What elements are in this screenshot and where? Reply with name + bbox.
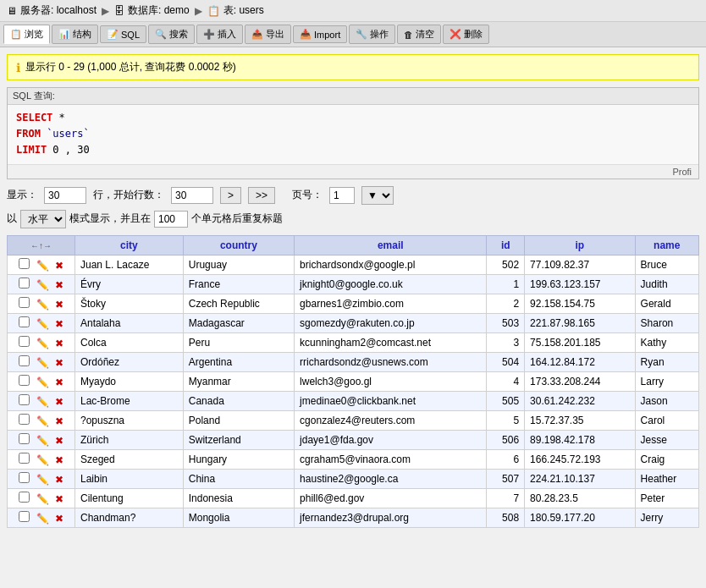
edit-icon[interactable]: ✏️ bbox=[36, 260, 49, 272]
repeat-input[interactable] bbox=[154, 211, 188, 228]
col-name[interactable]: name bbox=[635, 235, 698, 255]
delete-icon[interactable]: ✖ bbox=[55, 454, 63, 466]
table-header-row: ←↑→ city country email id ip name bbox=[8, 235, 699, 255]
tab-operations[interactable]: 🔧 操作 bbox=[349, 25, 395, 44]
edit-icon[interactable]: ✏️ bbox=[36, 318, 49, 330]
cell-name: Heather bbox=[635, 469, 698, 488]
col-ip[interactable]: ip bbox=[525, 235, 635, 255]
cell-city: Chandman? bbox=[75, 508, 184, 527]
start-input[interactable] bbox=[171, 187, 213, 204]
cell-email: jmedinae0@clickbank.net bbox=[295, 391, 487, 410]
edit-icon[interactable]: ✏️ bbox=[36, 513, 49, 525]
edit-icon[interactable]: ✏️ bbox=[36, 396, 49, 408]
info-icon: ℹ bbox=[16, 61, 20, 74]
cell-email: haustine2@google.ca bbox=[295, 469, 487, 488]
server-label: 服务器: localhost bbox=[20, 3, 97, 18]
col-city[interactable]: city bbox=[75, 235, 184, 255]
row-checkbox[interactable] bbox=[19, 355, 30, 366]
tab-structure[interactable]: 📊 结构 bbox=[52, 25, 98, 44]
row-checkbox[interactable] bbox=[19, 316, 30, 327]
nav-next-button[interactable]: > bbox=[220, 187, 241, 204]
cell-country: Madagascar bbox=[183, 313, 294, 332]
row-actions: ✏️ ✖ bbox=[8, 332, 75, 352]
sql-select: SELECT bbox=[16, 112, 52, 124]
edit-icon[interactable]: ✏️ bbox=[36, 299, 49, 310]
row-checkbox[interactable] bbox=[19, 297, 30, 308]
edit-icon[interactable]: ✏️ bbox=[36, 435, 49, 447]
col-email[interactable]: email bbox=[295, 235, 487, 255]
delete-icon[interactable]: ✖ bbox=[55, 435, 63, 447]
tab-delete[interactable]: ❌ 删除 bbox=[443, 25, 489, 44]
browse-icon: 📋 bbox=[10, 29, 22, 40]
row-checkbox[interactable] bbox=[19, 375, 30, 386]
row-checkbox[interactable] bbox=[19, 511, 30, 522]
edit-icon[interactable]: ✏️ bbox=[36, 338, 49, 349]
tab-truncate[interactable]: 🗑 清空 bbox=[397, 25, 441, 44]
page-label: 页号： bbox=[292, 188, 323, 202]
table-row: ✏️ ✖ ColcaPerukcunningham2@comcast.net37… bbox=[8, 332, 699, 352]
cell-country: Poland bbox=[183, 410, 294, 430]
cell-country: France bbox=[183, 274, 294, 294]
row-checkbox[interactable] bbox=[19, 492, 30, 503]
edit-icon[interactable]: ✏️ bbox=[36, 474, 49, 486]
tab-import[interactable]: 📥 Import bbox=[293, 25, 347, 43]
cell-id: 3 bbox=[487, 332, 525, 352]
nav-next2-button[interactable]: >> bbox=[248, 187, 275, 204]
row-actions: ✏️ ✖ bbox=[8, 488, 75, 508]
cell-name: Judith bbox=[635, 274, 698, 294]
row-checkbox[interactable] bbox=[19, 336, 30, 347]
delete-icon[interactable]: ✖ bbox=[55, 493, 63, 505]
sql-label: SQL 查询: bbox=[8, 88, 698, 105]
tab-browse[interactable]: 📋 浏览 bbox=[3, 25, 50, 44]
table-row: ✏️ ✖ AntalahaMadagascarsgomezdy@rakuten.… bbox=[8, 313, 699, 332]
edit-icon[interactable]: ✏️ bbox=[36, 376, 49, 388]
table-row: ✏️ ✖ MyaydoMyanmarlwelch3@goo.gl4173.33.… bbox=[8, 371, 699, 391]
cell-country: Indonesia bbox=[183, 488, 294, 508]
cell-id: 503 bbox=[487, 313, 525, 332]
delete-icon[interactable]: ✖ bbox=[55, 396, 63, 408]
view-dropdown[interactable]: 水平 垂直 bbox=[20, 210, 66, 228]
edit-icon[interactable]: ✏️ bbox=[36, 415, 49, 427]
edit-icon[interactable]: ✏️ bbox=[36, 279, 49, 291]
row-checkbox[interactable] bbox=[19, 258, 30, 269]
cell-email: jfernandez3@drupal.org bbox=[295, 508, 487, 527]
tab-export[interactable]: 📤 导出 bbox=[245, 25, 291, 44]
tab-insert[interactable]: ➕ 插入 bbox=[196, 25, 243, 44]
edit-icon[interactable]: ✏️ bbox=[36, 357, 49, 369]
row-actions: ✏️ ✖ bbox=[8, 313, 75, 332]
edit-icon[interactable]: ✏️ bbox=[36, 454, 49, 466]
delete-icon[interactable]: ✖ bbox=[55, 357, 63, 369]
col-country[interactable]: country bbox=[183, 235, 294, 255]
delete-icon[interactable]: ✖ bbox=[55, 299, 63, 310]
delete-icon[interactable]: ✖ bbox=[55, 318, 63, 330]
delete-icon[interactable]: ✖ bbox=[55, 376, 63, 388]
table-icon: 📋 bbox=[207, 5, 220, 17]
row-checkbox[interactable] bbox=[19, 394, 30, 405]
col-id[interactable]: id bbox=[487, 235, 525, 255]
display-input[interactable] bbox=[44, 187, 86, 204]
page-dropdown[interactable]: ▼ bbox=[361, 186, 394, 205]
row-checkbox[interactable] bbox=[19, 433, 30, 444]
row-checkbox[interactable] bbox=[19, 414, 30, 425]
delete-icon[interactable]: ✖ bbox=[55, 513, 63, 525]
table-row: ✏️ ✖ LaibinChinahaustine2@google.ca50722… bbox=[8, 469, 699, 488]
edit-icon[interactable]: ✏️ bbox=[36, 493, 49, 505]
row-checkbox[interactable] bbox=[19, 278, 30, 289]
delete-icon[interactable]: ✖ bbox=[55, 279, 63, 291]
row-checkbox[interactable] bbox=[19, 453, 30, 464]
page-input[interactable] bbox=[329, 187, 355, 204]
sql-section: SQL 查询: SELECT * FROM `users` LIMIT 0 , … bbox=[7, 87, 699, 179]
cell-city: Évry bbox=[75, 274, 184, 294]
tab-sql[interactable]: 📝 SQL bbox=[100, 25, 146, 43]
cell-email: jknight0@google.co.uk bbox=[295, 274, 487, 294]
delete-icon[interactable]: ✖ bbox=[55, 260, 63, 272]
delete-icon[interactable]: ✖ bbox=[55, 415, 63, 427]
delete-icon[interactable]: ✖ bbox=[55, 338, 63, 349]
delete-icon[interactable]: ✖ bbox=[55, 474, 63, 486]
cell-id: 504 bbox=[487, 352, 525, 371]
row-checkbox[interactable] bbox=[19, 472, 30, 483]
delete-icon: ❌ bbox=[450, 29, 461, 40]
tab-search[interactable]: 🔍 搜索 bbox=[148, 25, 195, 44]
cell-city: Laibin bbox=[75, 469, 184, 488]
titlebar: 🖥 服务器: localhost ▶ 🗄 数据库: demo ▶ 📋 表: us… bbox=[0, 0, 706, 22]
